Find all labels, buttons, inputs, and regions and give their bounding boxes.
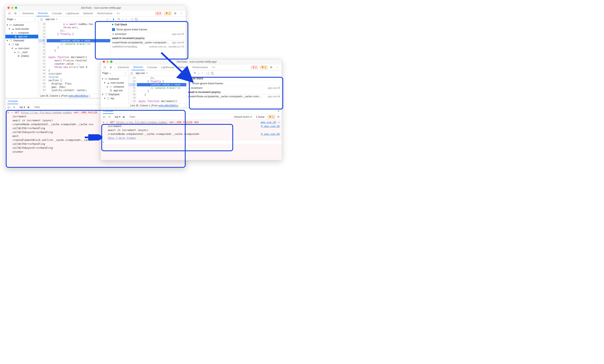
tab-performance[interactable]: Performance: [191, 64, 209, 70]
callstack-frame[interactable]: ➔incrementapp.vue:35: [187, 86, 282, 90]
inspect-icon[interactable]: ◰: [7, 11, 12, 16]
step-into-icon[interactable]: ↓: [198, 72, 200, 75]
expand-toggle[interactable]: ▾: [106, 121, 108, 124]
show-ignored-checkbox[interactable]: [188, 82, 191, 85]
tab-overflow[interactable]: >>: [115, 11, 121, 16]
kebab-icon[interactable]: ⋮: [179, 11, 184, 16]
tree-top[interactable]: ▾▢top: [101, 96, 128, 100]
expand-toggle[interactable]: ▾: [11, 111, 13, 114]
close-tab-icon[interactable]: ✕: [56, 18, 58, 21]
nav-overflow[interactable]: »: [110, 72, 111, 75]
step-out-icon[interactable]: ↑: [201, 72, 203, 75]
live-expression-icon[interactable]: ◉: [123, 115, 125, 118]
console-settings-icon[interactable]: ⚙: [277, 115, 280, 118]
step-over-icon[interactable]: ↷: [193, 72, 196, 75]
source-map-link[interactable]: entry.d9e108e9.js: [159, 104, 178, 107]
tree-top[interactable]: ▾▢top: [5, 42, 38, 46]
device-icon[interactable]: ⧉: [13, 11, 18, 16]
zoom-icon[interactable]: [110, 61, 113, 63]
step-icon[interactable]: →¦: [205, 72, 209, 75]
console-sidebar-icon[interactable]: ▯▷: [7, 106, 11, 109]
warning-count-badge[interactable]: ⚑ 2: [164, 12, 172, 15]
callstack-frame[interactable]: ➔incrementapp.vue:35: [110, 32, 186, 36]
callstack-frame[interactable]: createVNode.onUpdateVal._cache.<computed…: [187, 94, 282, 98]
callstack-frame[interactable]: await in increment (async): [187, 90, 282, 94]
tab-elements[interactable]: Elements: [116, 64, 130, 70]
tab-performance[interactable]: Performance: [96, 11, 114, 16]
tree-authored[interactable]: ▾<>Authored: [101, 77, 128, 81]
tab-network[interactable]: Network: [82, 11, 94, 16]
tree-deployed[interactable]: ▾❒Deployed: [5, 38, 38, 42]
tree-deployed[interactable]: ▾❒Deployed: [101, 92, 128, 96]
step-into-icon[interactable]: ↓: [122, 18, 123, 21]
show-ignored-checkbox-row[interactable]: Show ignore-listed frames: [187, 81, 282, 86]
warning-count-badge[interactable]: ⚑ 1: [260, 65, 267, 69]
tab-sources[interactable]: Sources: [36, 10, 49, 16]
tab-console[interactable]: Console: [50, 11, 63, 16]
code-area[interactable]: }); } finally { counter.value = coun // …: [137, 76, 186, 103]
error-count-badge[interactable]: ⊘ 2: [251, 65, 258, 69]
close-icon[interactable]: [103, 61, 105, 63]
callstack-header[interactable]: ▾ Call Stack: [187, 76, 282, 81]
context-selector[interactable]: top ▾: [19, 106, 25, 109]
drawer-tab-console[interactable]: Console: [103, 108, 113, 114]
drawer-tab-console[interactable]: Console: [7, 98, 18, 104]
clear-console-icon[interactable]: ⊘: [108, 115, 111, 118]
log-levels-selector[interactable]: Default levels ▾: [234, 115, 252, 118]
context-selector[interactable]: top ▾: [115, 115, 121, 118]
show-ignored-checkbox-row[interactable]: ✓ Show ignore-listed frames: [110, 27, 186, 32]
source-map-link[interactable]: entry.d9e108e9.js: [68, 94, 88, 97]
live-expression-icon[interactable]: ◉: [27, 106, 30, 109]
stack-location-link[interactable]: @ app.vue:44: [261, 133, 280, 135]
close-icon[interactable]: [7, 7, 10, 9]
tab-elements[interactable]: Elements: [21, 11, 35, 16]
tab-console[interactable]: Console: [146, 64, 159, 70]
zoom-icon[interactable]: [15, 7, 17, 9]
error-count-badge[interactable]: ⊘ 3: [155, 12, 162, 15]
toggle-navigator-icon[interactable]: ▯▯: [40, 18, 43, 21]
show-more-frames-link[interactable]: Show 7 more frames: [108, 136, 136, 139]
device-icon[interactable]: ⧉: [109, 65, 113, 70]
callstack-frame[interactable]: createVNode.onUpdateVal._cache.<computed…: [110, 40, 186, 45]
minimize-icon[interactable]: [106, 61, 109, 63]
tab-sources[interactable]: Sources: [132, 64, 144, 70]
nav-kebab-icon[interactable]: ⋮: [124, 72, 127, 75]
tab-lighthouse[interactable]: Lighthouse: [64, 11, 81, 16]
file-tab-app-vue[interactable]: app.vue ✕: [134, 71, 149, 75]
nav-kebab-icon[interactable]: ⋮: [34, 18, 37, 21]
tree-nuxt-folder[interactable]: ▸🗀_nuxt: [5, 50, 38, 54]
tree-app-vue[interactable]: 🗎app.vue: [101, 89, 128, 92]
console-prompt[interactable]: >: [103, 140, 104, 144]
step-icon[interactable]: →¦: [129, 18, 133, 21]
issues-count-badge[interactable]: ⚑ 1: [268, 115, 275, 119]
inspect-icon[interactable]: ◰: [102, 65, 107, 70]
nav-overflow[interactable]: »: [14, 18, 16, 21]
step-out-icon[interactable]: ↑: [126, 18, 127, 21]
console-filter-input[interactable]: [129, 115, 232, 119]
error-location-link[interactable]: app.vue:26: [261, 121, 276, 124]
callstack-frame[interactable]: await in increment (async): [110, 36, 186, 40]
close-tab-icon[interactable]: ✕: [146, 72, 148, 74]
tab-lighthouse[interactable]: Lighthouse: [160, 64, 176, 70]
tree-nuxi-counter-2[interactable]: ▾☁nuxi-coun: [5, 46, 38, 50]
toggle-navigator-icon[interactable]: ▯▯: [130, 72, 133, 75]
nav-tab-page[interactable]: Page: [102, 72, 108, 74]
resume-icon[interactable]: ⏵⃓: [189, 72, 191, 75]
tab-overflow[interactable]: >>: [210, 64, 216, 70]
settings-icon[interactable]: ⚙: [269, 65, 274, 70]
show-ignored-checkbox[interactable]: ✓: [112, 28, 115, 31]
replay-xhr-icon[interactable]: ↻: [278, 121, 280, 124]
tab-network[interactable]: Network: [177, 64, 190, 70]
settings-icon[interactable]: ⚙: [173, 11, 178, 16]
stack-location-link[interactable]: @ app.vue:26: [261, 125, 280, 128]
file-tab-app-vue[interactable]: app.vue ✕: [44, 17, 59, 21]
kebab-icon[interactable]: ⋮: [275, 65, 280, 70]
console-sidebar-icon[interactable]: ▯▷: [103, 115, 106, 118]
tree-authored[interactable]: ▾<>Authored: [5, 23, 38, 27]
tree-components[interactable]: ▸🗀compone: [5, 31, 38, 35]
tree-components[interactable]: ▸🗀compone: [101, 85, 128, 89]
clear-console-icon[interactable]: ⊘: [13, 106, 15, 109]
step-over-icon[interactable]: ↷: [117, 18, 120, 21]
run-snippet-icon[interactable]: ▷⃞: [107, 18, 109, 21]
tree-app-vue[interactable]: 🗎app.vue: [5, 35, 38, 38]
